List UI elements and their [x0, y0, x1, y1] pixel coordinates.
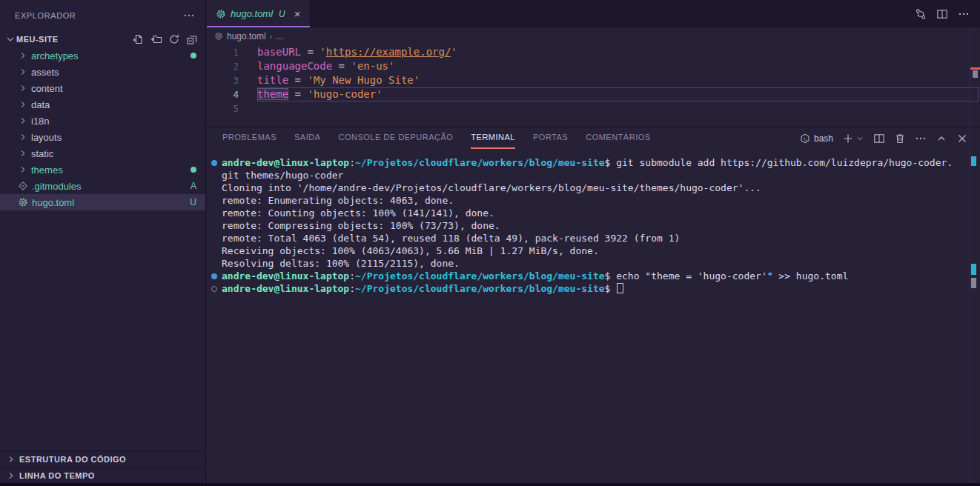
gear-icon — [214, 32, 223, 41]
tab-terminal[interactable]: TERMINAL — [471, 127, 515, 149]
vscode-window: EXPLORADOR MEU-SITE archetypes a — [0, 0, 980, 486]
terminal-cursor — [617, 283, 623, 293]
maximize-panel-icon[interactable] — [936, 133, 947, 144]
code-line-5: 5 — [207, 101, 980, 116]
terminal-output[interactable]: andre-dev@linux-laptop:~/Projetos/cloudf… — [207, 149, 980, 295]
tree-item-label: assets — [31, 67, 59, 78]
breadcrumb-file[interactable]: hugo.toml — [227, 31, 266, 41]
tree-item-label: i18n — [31, 116, 50, 127]
terminal-current-prompt-line[interactable]: andre-dev@linux-laptop:~/Projetos/cloudf… — [222, 282, 980, 295]
new-file-icon[interactable] — [133, 33, 145, 45]
tab-label: hugo.toml — [231, 8, 273, 19]
command-success-dot — [211, 160, 217, 166]
panel-more-actions-icon[interactable] — [915, 133, 927, 144]
terminal-output-line: git themes/hugo-coder — [222, 169, 980, 182]
tree-item-assets[interactable]: assets — [0, 64, 205, 80]
shell-label: bash — [814, 133, 833, 144]
terminal-output-line: remote: Enumerating objects: 4063, done. — [222, 194, 980, 207]
chevron-down-icon — [4, 33, 16, 45]
url-link[interactable]: https://example.org/ — [326, 46, 451, 58]
command-scrollbar-mark — [971, 156, 976, 166]
terminal-prompt-line: andre-dev@linux-laptop:~/Projetos/cloudf… — [222, 156, 980, 169]
highlighted-word: theme — [257, 88, 288, 100]
chevron-right-icon — [18, 67, 28, 77]
terminal-scrollbar-track[interactable] — [970, 127, 970, 483]
tree-item-label: data — [31, 99, 50, 110]
command-text: echo "theme = 'hugo-coder'" >> hugo.toml — [610, 270, 848, 282]
collapse-folders-icon[interactable] — [186, 33, 198, 45]
tree-item-i18n[interactable]: i18n — [0, 113, 205, 129]
command-success-dot — [211, 273, 217, 279]
tree-item-layouts[interactable]: layouts — [0, 129, 205, 145]
tab-saida[interactable]: SAÍDA — [294, 127, 321, 149]
terminal-output-line: Cloning into '/home/andre-dev/Projetos/c… — [222, 182, 980, 194]
outline-section[interactable]: ESTRUTURA DO CÓDIGO — [0, 450, 205, 467]
bottom-panel: PROBLEMAS SAÍDA CONSOLE DE DEPURAÇÃO TER… — [207, 127, 980, 483]
chevron-right-icon — [6, 454, 16, 465]
terminal-output-line: remote: Counting objects: 100% (141/141)… — [222, 207, 980, 219]
breadcrumb-rest[interactable]: ... — [276, 31, 283, 41]
split-editor-icon[interactable] — [936, 8, 948, 20]
chevron-right-icon — [18, 148, 28, 159]
editor-area: hugo.toml U × hugo.toml › ... 1 baseURL … — [207, 0, 980, 483]
gear-icon — [216, 9, 226, 19]
chevron-right-icon — [18, 99, 28, 110]
tab-portas[interactable]: PORTAS — [533, 127, 568, 149]
terminal-prompt-line: andre-dev@linux-laptop:~/Projetos/cloudf… — [222, 270, 980, 282]
tab-git-modifier: U — [279, 9, 285, 19]
new-terminal-icon[interactable] — [842, 133, 854, 144]
code-editor[interactable]: hugo.toml › ... 1 baseURL = 'https://exa… — [207, 27, 980, 127]
tree-item-data[interactable]: data — [0, 96, 205, 113]
tab-hugo-toml[interactable]: hugo.toml U × — [207, 0, 311, 27]
code-line-3: 3 title = 'My New Hugo Site' — [207, 73, 980, 87]
close-tab-icon[interactable]: × — [294, 8, 301, 19]
tree-item-hugo-toml[interactable]: hugo.toml U — [0, 194, 205, 210]
tree-item-themes[interactable]: themes — [0, 162, 205, 178]
refresh-explorer-icon[interactable] — [168, 33, 180, 45]
breadcrumb[interactable]: hugo.toml › ... — [207, 27, 980, 45]
tree-item-label: hugo.toml — [32, 197, 74, 208]
terminal-output-line: Receiving objects: 100% (4063/4063), 5.6… — [222, 244, 980, 257]
command-text: git submodule add https://github.com/lui… — [610, 157, 953, 168]
tab-console-depuracao[interactable]: CONSOLE DE DEPURAÇÃO — [338, 127, 453, 149]
chevron-right-icon — [6, 470, 16, 481]
prompt-scrollbar-mark — [971, 278, 976, 288]
close-panel-icon[interactable] — [956, 133, 968, 144]
tree-item-content[interactable]: content — [0, 80, 205, 96]
tree-item-static[interactable]: static — [0, 145, 205, 162]
code-line-2: 2 languageCode = 'en-us' — [207, 59, 980, 73]
tree-item-archetypes[interactable]: archetypes — [0, 47, 205, 64]
command-scrollbar-mark — [971, 264, 976, 275]
tab-comentarios[interactable]: COMENTÁRIOS — [586, 127, 650, 149]
scrollbar-ruler-mark — [973, 70, 978, 78]
workspace-folder-name: MEU-SITE — [16, 35, 59, 44]
line-number: 3 — [207, 73, 245, 87]
line-number: 5 — [207, 101, 245, 116]
split-terminal-icon[interactable] — [873, 133, 885, 144]
editor-more-actions-icon[interactable] — [958, 8, 970, 20]
open-changes-icon[interactable] — [915, 8, 927, 20]
terminal-output-line: Resolving deltas: 100% (2115/2115), done… — [222, 257, 980, 270]
tree-item-gitmodules[interactable]: .gitmodules A — [0, 178, 205, 194]
bash-terminal-icon — [800, 133, 810, 144]
shell-selector[interactable]: bash — [800, 133, 833, 144]
kill-terminal-icon[interactable] — [894, 133, 906, 144]
tab-problemas[interactable]: PROBLEMAS — [222, 127, 277, 149]
terminal-dropdown-chevron-icon[interactable] — [855, 134, 864, 143]
chevron-right-icon — [18, 116, 28, 126]
line-number: 4 — [207, 87, 245, 101]
timeline-section[interactable]: LINHA DO TEMPO — [0, 467, 205, 483]
explorer-title: EXPLORADOR — [15, 11, 76, 20]
tree-item-label: static — [31, 148, 53, 159]
outline-section-label: ESTRUTURA DO CÓDIGO — [19, 455, 126, 464]
new-folder-icon[interactable] — [150, 33, 162, 45]
git-changes-dot-badge — [191, 167, 196, 173]
tree-item-label: layouts — [31, 132, 62, 143]
folder-section-header[interactable]: MEU-SITE — [0, 31, 205, 47]
gear-icon — [18, 197, 28, 207]
timeline-section-label: LINHA DO TEMPO — [19, 471, 95, 480]
chevron-right-icon — [18, 83, 28, 93]
code-line-1: 1 baseURL = 'https://example.org/' — [207, 45, 980, 59]
explorer-more-actions-icon[interactable] — [183, 10, 195, 21]
breadcrumb-separator: › — [270, 32, 273, 41]
